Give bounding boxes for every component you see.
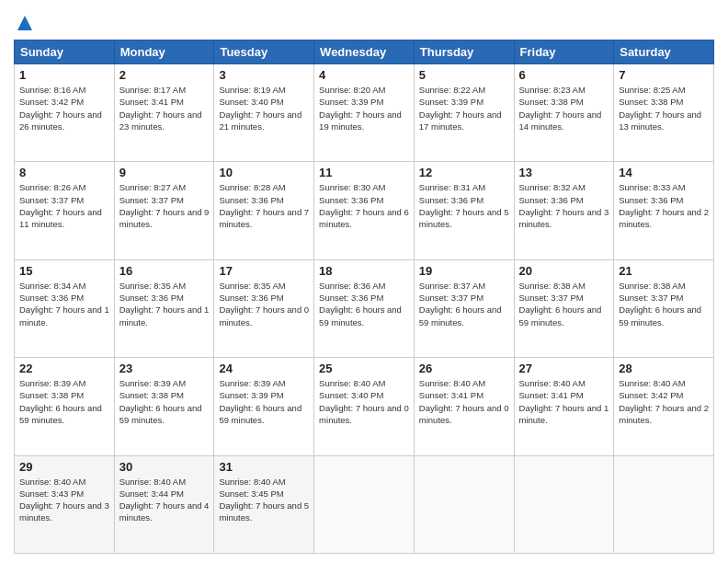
day-number: 12 bbox=[419, 166, 509, 179]
cell-text: Sunrise: 8:27 AMSunset: 3:37 PMDaylight:… bbox=[119, 182, 210, 229]
cell-text: Sunrise: 8:39 AMSunset: 3:38 PMDaylight:… bbox=[119, 378, 202, 425]
cell-text: Sunrise: 8:39 AMSunset: 3:39 PMDaylight:… bbox=[219, 378, 301, 425]
day-number: 9 bbox=[119, 166, 210, 179]
calendar-header-monday: Monday bbox=[114, 40, 214, 64]
calendar-week-row: 15Sunrise: 8:34 AMSunset: 3:36 PMDayligh… bbox=[15, 259, 714, 357]
calendar-cell bbox=[314, 455, 415, 553]
calendar-cell: 7Sunrise: 8:25 AMSunset: 3:38 PMDaylight… bbox=[614, 64, 714, 162]
calendar-header-row: SundayMondayTuesdayWednesdayThursdayFrid… bbox=[15, 40, 714, 64]
day-number: 25 bbox=[319, 362, 409, 375]
cell-text: Sunrise: 8:31 AMSunset: 3:36 PMDaylight:… bbox=[419, 182, 509, 229]
calendar-cell: 3Sunrise: 8:19 AMSunset: 3:40 PMDaylight… bbox=[214, 64, 314, 162]
calendar-cell: 30Sunrise: 8:40 AMSunset: 3:44 PMDayligh… bbox=[114, 455, 214, 553]
day-number: 11 bbox=[319, 166, 409, 179]
day-number: 27 bbox=[519, 362, 609, 375]
logo bbox=[14, 14, 34, 32]
calendar-cell: 6Sunrise: 8:23 AMSunset: 3:38 PMDaylight… bbox=[514, 64, 614, 162]
calendar-cell: 10Sunrise: 8:28 AMSunset: 3:36 PMDayligh… bbox=[214, 162, 314, 259]
day-number: 19 bbox=[419, 264, 509, 278]
calendar-cell bbox=[514, 455, 614, 553]
cell-text: Sunrise: 8:35 AMSunset: 3:36 PMDaylight:… bbox=[119, 281, 210, 327]
calendar-cell: 20Sunrise: 8:38 AMSunset: 3:37 PMDayligh… bbox=[514, 259, 614, 357]
calendar-header-sunday: Sunday bbox=[15, 40, 115, 64]
cell-text: Sunrise: 8:30 AMSunset: 3:36 PMDaylight:… bbox=[319, 182, 409, 229]
day-number: 1 bbox=[19, 68, 109, 82]
day-number: 13 bbox=[519, 166, 609, 179]
calendar-cell: 13Sunrise: 8:32 AMSunset: 3:36 PMDayligh… bbox=[514, 162, 614, 259]
cell-text: Sunrise: 8:40 AMSunset: 3:43 PMDaylight:… bbox=[19, 477, 109, 523]
day-number: 29 bbox=[19, 460, 109, 474]
day-number: 2 bbox=[119, 68, 210, 82]
day-number: 21 bbox=[619, 264, 709, 278]
cell-text: Sunrise: 8:33 AMSunset: 3:36 PMDaylight:… bbox=[619, 182, 709, 229]
cell-text: Sunrise: 8:40 AMSunset: 3:40 PMDaylight:… bbox=[319, 378, 409, 425]
calendar-cell: 18Sunrise: 8:36 AMSunset: 3:36 PMDayligh… bbox=[314, 259, 415, 357]
calendar-cell: 5Sunrise: 8:22 AMSunset: 3:39 PMDaylight… bbox=[414, 64, 514, 162]
day-number: 15 bbox=[19, 264, 109, 278]
cell-text: Sunrise: 8:19 AMSunset: 3:40 PMDaylight:… bbox=[219, 85, 301, 132]
calendar-cell: 19Sunrise: 8:37 AMSunset: 3:37 PMDayligh… bbox=[414, 259, 514, 357]
cell-text: Sunrise: 8:25 AMSunset: 3:38 PMDaylight:… bbox=[619, 85, 701, 132]
day-number: 26 bbox=[419, 362, 509, 375]
calendar-cell: 11Sunrise: 8:30 AMSunset: 3:36 PMDayligh… bbox=[314, 162, 415, 259]
calendar-header-friday: Friday bbox=[514, 40, 614, 64]
day-number: 5 bbox=[419, 68, 509, 82]
cell-text: Sunrise: 8:38 AMSunset: 3:37 PMDaylight:… bbox=[519, 281, 602, 327]
day-number: 8 bbox=[19, 166, 109, 179]
day-number: 7 bbox=[619, 68, 709, 82]
calendar-cell: 31Sunrise: 8:40 AMSunset: 3:45 PMDayligh… bbox=[214, 455, 314, 553]
cell-text: Sunrise: 8:40 AMSunset: 3:41 PMDaylight:… bbox=[419, 378, 509, 425]
calendar-header-tuesday: Tuesday bbox=[214, 40, 314, 64]
day-number: 10 bbox=[219, 166, 309, 179]
calendar-cell: 8Sunrise: 8:26 AMSunset: 3:37 PMDaylight… bbox=[15, 162, 115, 259]
calendar-cell: 28Sunrise: 8:40 AMSunset: 3:42 PMDayligh… bbox=[614, 358, 714, 455]
day-number: 23 bbox=[119, 362, 210, 375]
calendar-cell: 14Sunrise: 8:33 AMSunset: 3:36 PMDayligh… bbox=[614, 162, 714, 259]
calendar-cell: 9Sunrise: 8:27 AMSunset: 3:37 PMDaylight… bbox=[114, 162, 214, 259]
calendar-week-row: 1Sunrise: 8:16 AMSunset: 3:42 PMDaylight… bbox=[15, 64, 714, 162]
calendar-cell: 1Sunrise: 8:16 AMSunset: 3:42 PMDaylight… bbox=[15, 64, 115, 162]
day-number: 17 bbox=[219, 264, 309, 278]
cell-text: Sunrise: 8:36 AMSunset: 3:36 PMDaylight:… bbox=[319, 281, 402, 327]
cell-text: Sunrise: 8:40 AMSunset: 3:44 PMDaylight:… bbox=[119, 477, 210, 523]
cell-text: Sunrise: 8:37 AMSunset: 3:37 PMDaylight:… bbox=[419, 281, 502, 327]
calendar-header-wednesday: Wednesday bbox=[314, 40, 415, 64]
cell-text: Sunrise: 8:17 AMSunset: 3:41 PMDaylight:… bbox=[119, 85, 202, 132]
cell-text: Sunrise: 8:39 AMSunset: 3:38 PMDaylight:… bbox=[19, 378, 102, 425]
svg-marker-0 bbox=[17, 16, 32, 30]
day-number: 30 bbox=[119, 460, 210, 474]
day-number: 31 bbox=[219, 460, 309, 474]
calendar-cell: 29Sunrise: 8:40 AMSunset: 3:43 PMDayligh… bbox=[15, 455, 115, 553]
day-number: 6 bbox=[519, 68, 609, 82]
calendar-header-saturday: Saturday bbox=[614, 40, 714, 64]
cell-text: Sunrise: 8:40 AMSunset: 3:41 PMDaylight:… bbox=[519, 378, 609, 425]
header bbox=[14, 14, 714, 32]
cell-text: Sunrise: 8:26 AMSunset: 3:37 PMDaylight:… bbox=[19, 182, 102, 229]
calendar-cell: 16Sunrise: 8:35 AMSunset: 3:36 PMDayligh… bbox=[114, 259, 214, 357]
calendar-cell: 27Sunrise: 8:40 AMSunset: 3:41 PMDayligh… bbox=[514, 358, 614, 455]
calendar-cell bbox=[614, 455, 714, 553]
calendar-cell: 23Sunrise: 8:39 AMSunset: 3:38 PMDayligh… bbox=[114, 358, 214, 455]
calendar-header-thursday: Thursday bbox=[414, 40, 514, 64]
day-number: 16 bbox=[119, 264, 210, 278]
cell-text: Sunrise: 8:35 AMSunset: 3:36 PMDaylight:… bbox=[219, 281, 309, 327]
day-number: 3 bbox=[219, 68, 309, 82]
calendar-week-row: 8Sunrise: 8:26 AMSunset: 3:37 PMDaylight… bbox=[15, 162, 714, 259]
calendar-cell bbox=[414, 455, 514, 553]
cell-text: Sunrise: 8:40 AMSunset: 3:42 PMDaylight:… bbox=[619, 378, 709, 425]
cell-text: Sunrise: 8:20 AMSunset: 3:39 PMDaylight:… bbox=[319, 85, 402, 132]
calendar-cell: 17Sunrise: 8:35 AMSunset: 3:36 PMDayligh… bbox=[214, 259, 314, 357]
calendar-cell: 25Sunrise: 8:40 AMSunset: 3:40 PMDayligh… bbox=[314, 358, 415, 455]
cell-text: Sunrise: 8:23 AMSunset: 3:38 PMDaylight:… bbox=[519, 85, 602, 132]
cell-text: Sunrise: 8:40 AMSunset: 3:45 PMDaylight:… bbox=[219, 477, 309, 523]
cell-text: Sunrise: 8:28 AMSunset: 3:36 PMDaylight:… bbox=[219, 182, 309, 229]
cell-text: Sunrise: 8:22 AMSunset: 3:39 PMDaylight:… bbox=[419, 85, 502, 132]
logo-icon bbox=[16, 14, 34, 32]
calendar-week-row: 22Sunrise: 8:39 AMSunset: 3:38 PMDayligh… bbox=[15, 358, 714, 455]
calendar-cell: 15Sunrise: 8:34 AMSunset: 3:36 PMDayligh… bbox=[15, 259, 115, 357]
calendar-cell: 21Sunrise: 8:38 AMSunset: 3:37 PMDayligh… bbox=[614, 259, 714, 357]
day-number: 14 bbox=[619, 166, 709, 179]
calendar-cell: 12Sunrise: 8:31 AMSunset: 3:36 PMDayligh… bbox=[414, 162, 514, 259]
page: SundayMondayTuesdayWednesdayThursdayFrid… bbox=[0, 0, 728, 563]
cell-text: Sunrise: 8:16 AMSunset: 3:42 PMDaylight:… bbox=[19, 85, 102, 132]
